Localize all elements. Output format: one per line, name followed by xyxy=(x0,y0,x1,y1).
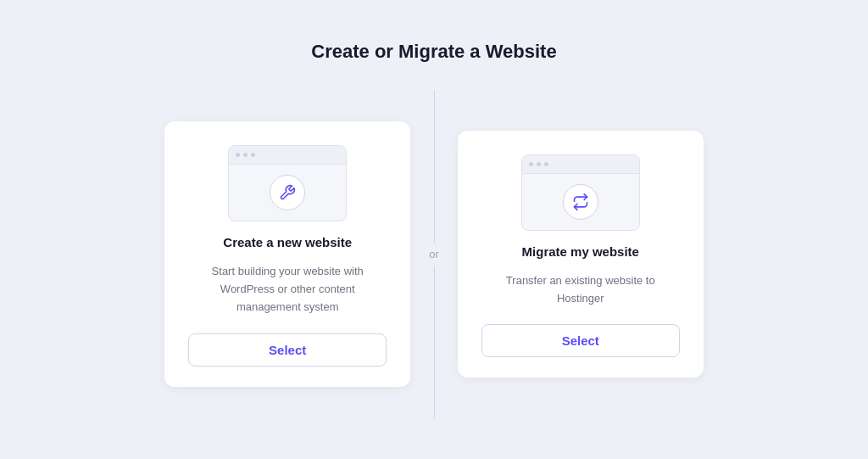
transfer-icon xyxy=(572,193,589,210)
browser-dot-2 xyxy=(243,153,248,157)
create-card-description: Start building your website with WordPre… xyxy=(194,263,381,316)
or-label: or xyxy=(426,243,442,266)
wrench-icon xyxy=(279,184,296,201)
page-title: Create or Migrate a Website xyxy=(311,41,556,63)
divider-line-bottom xyxy=(434,266,435,418)
browser-mockup-create xyxy=(228,145,347,221)
create-card: Create a new website Start building your… xyxy=(164,121,410,386)
migrate-card: Migrate my website Transfer an existing … xyxy=(458,131,704,378)
arrows-icon-circle xyxy=(563,184,598,220)
browser-mockup-migrate xyxy=(521,154,640,231)
page-wrapper: Create or Migrate a Website Crea xyxy=(0,24,868,435)
divider-or: or xyxy=(426,90,442,418)
create-card-title: Create a new website xyxy=(223,235,352,249)
migrate-card-description: Transfer an existing website to Hostinge… xyxy=(487,272,674,308)
browser-dot-6 xyxy=(544,162,548,166)
browser-dot-5 xyxy=(537,162,541,166)
browser-topbar-migrate xyxy=(522,155,639,174)
browser-dot-3 xyxy=(251,153,255,157)
divider-line-top xyxy=(434,90,435,243)
browser-dot-1 xyxy=(236,153,240,157)
migrate-select-button[interactable]: Select xyxy=(481,324,680,357)
migrate-card-title: Migrate my website xyxy=(522,244,639,259)
wrench-icon-circle xyxy=(270,175,305,210)
browser-topbar-create xyxy=(229,146,346,165)
browser-dot-4 xyxy=(529,162,533,166)
cards-container: Create a new website Start building your… xyxy=(164,90,704,418)
browser-content-migrate xyxy=(522,174,639,230)
create-select-button[interactable]: Select xyxy=(188,333,387,367)
browser-content-create xyxy=(229,165,346,221)
